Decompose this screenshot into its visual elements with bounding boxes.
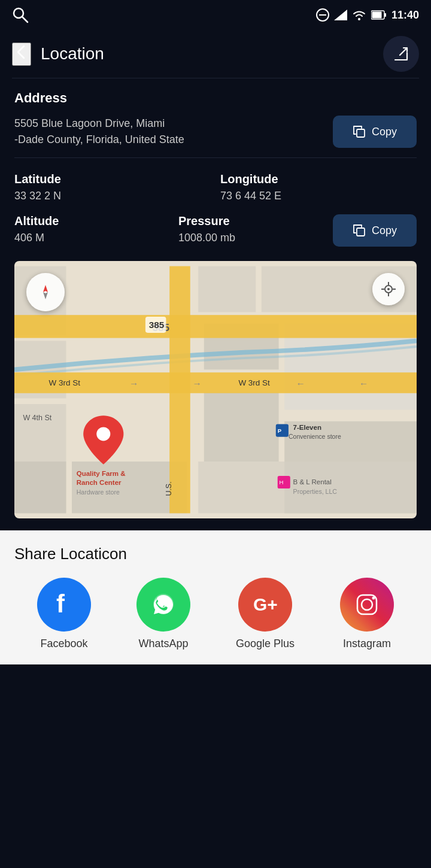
pressure-label: Pressure <box>178 214 333 228</box>
googleplus-share[interactable]: G+ Google Plus <box>236 578 295 650</box>
svg-rect-10 <box>357 228 365 236</box>
svg-rect-19 <box>204 393 279 462</box>
svg-text:G+: G+ <box>253 594 278 614</box>
battery-icon <box>371 10 387 20</box>
copy-address-button[interactable]: Copy <box>333 116 417 148</box>
compass-button[interactable] <box>26 273 65 311</box>
svg-marker-4 <box>334 10 347 20</box>
svg-rect-7 <box>384 13 386 17</box>
share-export-icon <box>392 45 410 63</box>
svg-text:Hardware store: Hardware store <box>77 488 120 496</box>
pressure-value: 1008.00 mb <box>178 232 333 244</box>
app-header: Location <box>0 30 431 78</box>
svg-rect-24 <box>14 315 417 338</box>
gps-icon <box>380 281 397 298</box>
status-time: 11:40 <box>391 9 419 22</box>
pressure-item: Pressure 1008.00 mb <box>178 214 333 244</box>
instagram-label: Instagram <box>343 638 391 650</box>
googleplus-icon: G+ <box>238 578 292 632</box>
address-row: 5505 Blue Lagoon Drive, Miami -Dade Coun… <box>14 116 417 148</box>
latitude-item: Latitude 33 32 2 N <box>14 172 211 202</box>
svg-text:7-Eleven: 7-Eleven <box>293 424 321 431</box>
compass-icon <box>36 283 55 302</box>
svg-text:385: 385 <box>149 320 165 330</box>
instagram-icon <box>340 578 394 632</box>
svg-point-54 <box>387 288 390 290</box>
back-button[interactable] <box>12 43 31 66</box>
status-bar: 11:40 <box>0 0 431 30</box>
address-value: 5505 Blue Lagoon Drive, Miami -Dade Coun… <box>14 116 333 148</box>
status-right: 11:40 <box>316 8 419 22</box>
svg-text:f: f <box>56 590 65 618</box>
map-view: 385 385 W 3rd St W 3rd St → → ← ← U.S. W… <box>14 261 417 518</box>
whatsapp-share[interactable]: ✆ WhatsApp <box>136 578 190 650</box>
share-title: Share Locaticon <box>14 545 417 563</box>
share-apps-row: f Facebook ✆ WhatsApp G+ <box>14 578 417 650</box>
svg-text:→: → <box>193 378 202 389</box>
svg-text:B & L Rental: B & L Rental <box>293 478 332 485</box>
svg-point-64 <box>362 599 372 610</box>
svg-rect-35 <box>169 266 190 514</box>
map-container[interactable]: 385 385 W 3rd St W 3rd St → → ← ← U.S. W… <box>14 261 417 518</box>
main-content: Address 5505 Blue Lagoon Drive, Miami -D… <box>0 78 431 530</box>
svg-line-1 <box>22 17 28 22</box>
share-section: Share Locaticon f Facebook ✆ <box>0 530 431 664</box>
svg-rect-9 <box>357 129 365 137</box>
longitude-label: Longitude <box>220 172 417 186</box>
export-button[interactable] <box>383 36 419 72</box>
svg-marker-51 <box>43 285 48 292</box>
svg-text:U.S.: U.S. <box>165 481 173 496</box>
page-title: Location <box>41 44 104 63</box>
header-left: Location <box>12 43 104 66</box>
search-icon <box>12 7 29 23</box>
alt-pressure-left: Altitude 406 M Pressure 1008.00 mb <box>14 214 333 244</box>
section-divider <box>14 157 417 158</box>
coordinates-section: Latitude 33 32 2 N Longitude 73 6 44 52 … <box>14 172 417 247</box>
svg-text:P: P <box>278 427 282 434</box>
altitude-label: Altitude <box>14 214 169 228</box>
altitude-item: Altitude 406 M <box>14 214 169 244</box>
svg-text:Quality Farm &: Quality Farm & <box>77 470 126 477</box>
svg-text:←: ← <box>296 378 305 389</box>
svg-text:W 3rd St: W 3rd St <box>238 378 270 387</box>
address-label: Address <box>14 90 417 106</box>
alt-pressure-row: Altitude 406 M Pressure 1008.00 mb Copy <box>14 214 417 247</box>
googleplus-label: Google Plus <box>236 638 295 650</box>
longitude-item: Longitude 73 6 44 52 E <box>220 172 417 202</box>
svg-text:Properties, LLC: Properties, LLC <box>293 488 338 495</box>
latitude-label: Latitude <box>14 172 211 186</box>
svg-text:→: → <box>129 378 138 389</box>
svg-text:Ranch Center: Ranch Center <box>77 479 122 486</box>
svg-rect-8 <box>372 12 381 19</box>
copy-address-label: Copy <box>372 126 397 138</box>
copy-coords-label: Copy <box>372 224 397 237</box>
svg-rect-21 <box>14 462 66 513</box>
facebook-label: Facebook <box>40 638 87 650</box>
signal-icon <box>334 8 347 22</box>
svg-marker-52 <box>43 292 48 299</box>
latitude-value: 33 32 2 N <box>14 190 211 202</box>
svg-text:W 4th St: W 4th St <box>23 414 51 422</box>
svg-rect-15 <box>198 266 256 312</box>
facebook-icon: f <box>37 578 91 632</box>
my-location-button[interactable] <box>372 273 405 305</box>
do-not-disturb-icon <box>316 8 329 22</box>
copy-icon <box>353 125 366 138</box>
longitude-value: 73 6 44 52 E <box>220 190 417 202</box>
svg-text:H: H <box>280 479 284 485</box>
svg-text:W 3rd St: W 3rd St <box>49 378 81 387</box>
facebook-share[interactable]: f Facebook <box>37 578 91 650</box>
svg-text:←: ← <box>359 378 368 389</box>
status-left <box>12 7 29 23</box>
lat-long-grid: Latitude 33 32 2 N Longitude 73 6 44 52 … <box>14 172 417 202</box>
whatsapp-label: WhatsApp <box>138 638 188 650</box>
copy-coords-button[interactable]: Copy <box>333 214 417 247</box>
svg-text:Convenience store: Convenience store <box>289 433 341 440</box>
altitude-value: 406 M <box>14 232 169 244</box>
copy-coords-icon <box>353 224 366 237</box>
wifi-icon <box>352 8 366 22</box>
svg-point-39 <box>96 427 110 441</box>
svg-point-5 <box>358 18 360 20</box>
instagram-share[interactable]: Instagram <box>340 578 394 650</box>
svg-text:✆: ✆ <box>159 599 167 609</box>
